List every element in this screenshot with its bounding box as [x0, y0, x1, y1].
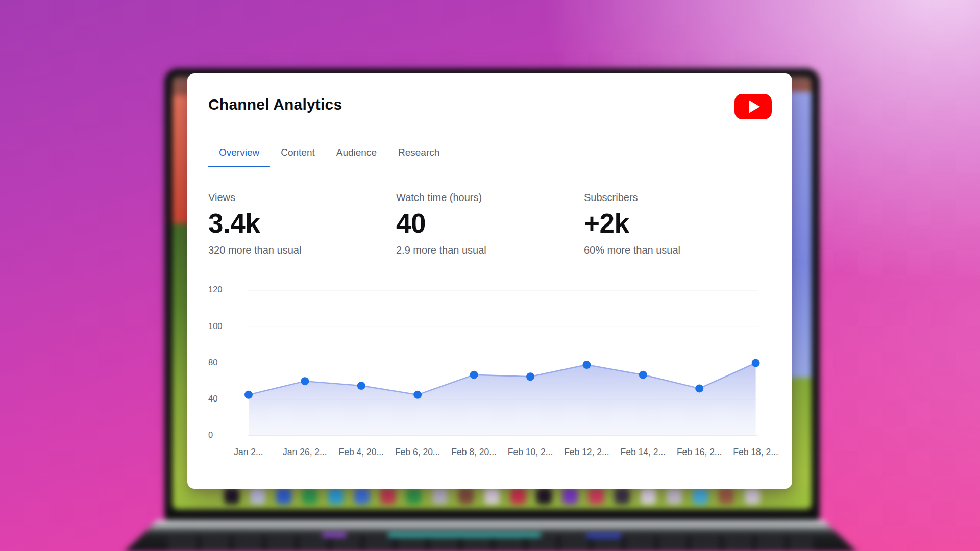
x-tick-label: Jan 26, 2... — [283, 447, 327, 457]
chart-point[interactable] — [639, 371, 647, 379]
dock-icon — [380, 488, 396, 504]
y-tick-label: 0 — [208, 430, 213, 439]
x-tick-label: Feb 6, 20... — [395, 447, 440, 457]
tab-bar: Overview Content Audience Research — [208, 141, 772, 167]
stat-subscribers: Subscribers +2k 60% more than usual — [584, 192, 772, 256]
dock-icon — [719, 488, 734, 504]
chart-point[interactable] — [470, 371, 478, 379]
macos-dock — [224, 488, 760, 504]
stat-value: +2k — [584, 208, 772, 239]
chart-point[interactable] — [301, 377, 309, 385]
dock-icon — [536, 488, 552, 504]
stat-note: 60% more than usual — [584, 244, 772, 256]
y-tick-label: 100 — [208, 321, 223, 331]
stat-label: Views — [208, 192, 396, 204]
keyboard-keys — [168, 536, 813, 551]
dock-icon — [667, 488, 682, 504]
dock-icon — [354, 488, 370, 504]
chart-svg: 12010080400Jan 2...Jan 26, 2...Feb 4, 20… — [208, 278, 793, 467]
x-tick-label: Feb 16, 2... — [677, 447, 722, 457]
x-tick-label: Feb 14, 2... — [621, 447, 666, 457]
dock-icon — [432, 488, 448, 504]
dock-icon — [589, 488, 604, 504]
analytics-line-chart: 12010080400Jan 2...Jan 26, 2...Feb 4, 20… — [208, 278, 772, 469]
stat-watch-time: Watch time (hours) 40 2.9 more than usua… — [396, 192, 584, 256]
laptop-keyboard-base — [124, 520, 857, 551]
dock-icon — [562, 488, 578, 504]
dock-icon — [224, 488, 239, 504]
keyboard-glint — [586, 534, 622, 538]
chart-area-fill — [249, 363, 756, 436]
chart-point[interactable] — [357, 382, 365, 390]
chart-point[interactable] — [244, 391, 253, 399]
dock-icon — [510, 488, 526, 504]
chart-point[interactable] — [413, 391, 422, 399]
dock-icon — [484, 488, 500, 504]
chart-point[interactable] — [752, 359, 760, 367]
chart-point[interactable] — [526, 372, 534, 381]
x-tick-label: Jan 2... — [234, 447, 263, 457]
dock-icon — [276, 488, 291, 504]
tab-research[interactable]: Research — [387, 141, 450, 167]
card-header: Channel Analytics — [208, 96, 772, 119]
x-tick-label: Feb 10, 2... — [508, 447, 553, 457]
x-tick-label: Feb 8, 20... — [451, 447, 497, 457]
channel-analytics-card: Channel Analytics Overview Content Audie… — [187, 73, 792, 489]
tab-overview[interactable]: Overview — [208, 141, 270, 167]
tab-audience[interactable]: Audience — [326, 141, 387, 167]
stat-note: 320 more than usual — [208, 244, 396, 256]
keyboard-glint — [388, 533, 541, 537]
stat-value: 40 — [396, 208, 584, 239]
dock-icon — [250, 488, 265, 504]
x-tick-label: Feb 18, 2... — [733, 447, 778, 457]
dock-icon — [406, 488, 422, 504]
page-title: Channel Analytics — [208, 96, 342, 113]
stat-label: Watch time (hours) — [396, 192, 584, 204]
stat-value: 3.4k — [208, 208, 396, 239]
dock-icon — [302, 488, 317, 504]
stat-views: Views 3.4k 320 more than usual — [208, 192, 396, 256]
stats-row: Views 3.4k 320 more than usual Watch tim… — [208, 192, 772, 256]
x-tick-label: Feb 4, 20... — [339, 447, 384, 457]
dock-icon — [328, 488, 344, 504]
stat-label: Subscribers — [584, 192, 772, 204]
x-tick-label: Feb 12, 2... — [564, 447, 609, 457]
chart-point[interactable] — [695, 384, 703, 392]
dock-icon — [615, 488, 630, 504]
youtube-logo[interactable] — [734, 94, 772, 119]
tab-content[interactable]: Content — [270, 141, 326, 167]
y-tick-label: 80 — [208, 358, 217, 367]
chart-point[interactable] — [582, 361, 591, 369]
dock-icon — [641, 488, 656, 504]
desktop-background: Channel Analytics Overview Content Audie… — [0, 0, 980, 551]
y-tick-label: 40 — [208, 394, 217, 403]
play-icon — [749, 100, 760, 113]
keyboard-glint — [322, 533, 347, 537]
stat-note: 2.9 more than usual — [396, 244, 584, 256]
dock-icon — [458, 488, 474, 504]
dock-icon — [693, 488, 708, 504]
y-tick-label: 120 — [208, 285, 223, 294]
dock-icon — [745, 488, 760, 504]
